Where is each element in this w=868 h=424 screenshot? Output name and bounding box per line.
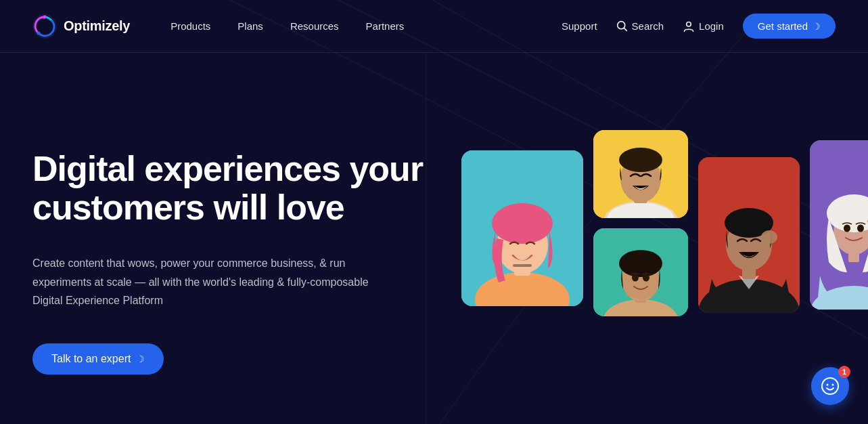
nav-links: Products Plans Resources Partners bbox=[170, 20, 562, 32]
login-label: Login bbox=[699, 20, 724, 32]
talk-to-expert-button[interactable]: Talk to an expert ☽ bbox=[32, 343, 164, 375]
svg-point-24 bbox=[619, 250, 662, 277]
svg-point-19 bbox=[619, 148, 662, 172]
svg-point-41 bbox=[822, 378, 838, 394]
svg-point-43 bbox=[832, 384, 834, 386]
nav-support[interactable]: Support bbox=[562, 20, 597, 32]
svg-point-4 bbox=[37, 31, 41, 35]
chat-widget[interactable]: 1 bbox=[811, 367, 849, 405]
nav-plans[interactable]: Plans bbox=[237, 20, 263, 32]
photo-card-2 bbox=[593, 130, 688, 218]
moon-icon: ☽ bbox=[812, 21, 821, 32]
nav-resources[interactable]: Resources bbox=[290, 20, 339, 32]
hero-description: Create content that wows, power your com… bbox=[32, 254, 371, 310]
moon-icon-cta: ☽ bbox=[136, 354, 145, 364]
svg-point-25 bbox=[632, 274, 639, 282]
svg-line-6 bbox=[624, 28, 626, 30]
svg-point-42 bbox=[827, 384, 829, 386]
get-started-button[interactable]: Get started ☽ bbox=[743, 14, 836, 39]
navbar: Optimizely Products Plans Resources Part… bbox=[0, 0, 868, 53]
smiley-icon bbox=[821, 377, 840, 396]
svg-point-40 bbox=[857, 225, 864, 232]
hero-content: Digital experiences your customers will … bbox=[32, 143, 425, 375]
svg-point-32 bbox=[761, 230, 777, 244]
search-label: Search bbox=[632, 20, 664, 32]
login-trigger[interactable]: Login bbox=[683, 20, 724, 33]
photo-card-4 bbox=[698, 157, 800, 313]
brand-name: Optimizely bbox=[64, 18, 130, 34]
svg-point-3 bbox=[43, 15, 47, 18]
hero-section: Digital experiences your customers will … bbox=[0, 53, 868, 424]
svg-rect-13 bbox=[513, 264, 532, 267]
photo-card-5 bbox=[810, 140, 869, 310]
logo-icon bbox=[32, 14, 57, 39]
search-trigger[interactable]: Search bbox=[616, 20, 664, 32]
nav-right: Support Search Login Get started ☽ bbox=[562, 14, 836, 39]
logo-link[interactable]: Optimizely bbox=[32, 14, 130, 39]
nav-products[interactable]: Products bbox=[170, 20, 210, 32]
hero-title: Digital experiences your customers will … bbox=[32, 150, 425, 227]
photo-grid bbox=[441, 130, 820, 387]
svg-point-39 bbox=[844, 225, 850, 232]
photo-card-1 bbox=[461, 150, 583, 306]
svg-point-12 bbox=[492, 203, 553, 244]
svg-point-26 bbox=[643, 274, 649, 282]
hero-images bbox=[425, 93, 836, 424]
photo-card-3 bbox=[593, 228, 688, 316]
nav-partners[interactable]: Partners bbox=[366, 20, 405, 32]
user-icon bbox=[683, 20, 695, 33]
svg-point-7 bbox=[687, 22, 691, 26]
search-icon bbox=[616, 20, 628, 32]
chat-badge: 1 bbox=[838, 366, 850, 378]
